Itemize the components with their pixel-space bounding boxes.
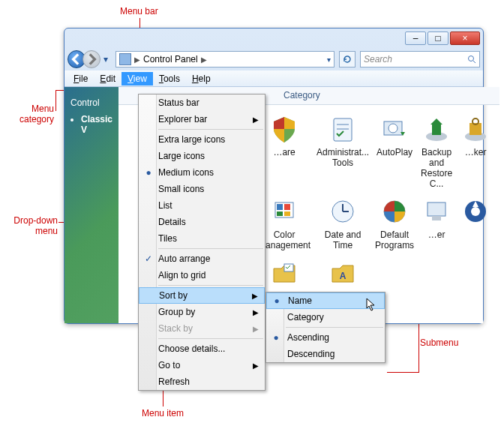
breadcrumb-sep-icon: ▶ <box>201 56 207 64</box>
menuitem-groupby[interactable]: Group by▶ <box>139 304 265 320</box>
menuitem-smallicons[interactable]: Small icons <box>139 181 265 197</box>
menuitem-label: Ascending <box>287 332 329 343</box>
icon-label: …are <box>273 147 295 158</box>
icon-label: Color Management <box>258 230 310 250</box>
icon-item[interactable]: AutoPlay <box>375 112 414 189</box>
icon-label: Default Programs <box>375 230 414 250</box>
close-button[interactable]: × <box>450 32 480 45</box>
menubar: File Edit View Tools Help <box>64 70 483 87</box>
svg-point-6 <box>388 124 398 133</box>
sidebar: Control Classic V <box>64 87 118 323</box>
menuitem-label: Small icons <box>158 184 204 194</box>
sidebar-item[interactable]: Control <box>70 94 112 111</box>
menu-file[interactable]: File <box>68 72 94 86</box>
menuitem-label: Explorer bar <box>158 114 207 124</box>
menuitem-goto[interactable]: Go to▶ <box>139 357 265 374</box>
callout-menuitem: Menu item <box>142 408 184 418</box>
menuitem-label: Sort by <box>159 290 188 301</box>
submenu-descending[interactable]: Descending <box>266 346 385 362</box>
refresh-button[interactable] <box>339 51 356 68</box>
breadcrumb[interactable]: ▶ Control Panel ▶ ▾ <box>116 51 334 68</box>
menuitem-sortby[interactable]: Sort by▶ <box>139 287 265 304</box>
menuitem-list[interactable]: List <box>139 197 265 214</box>
menuitem-label: Status bar <box>158 98 200 108</box>
menuitem-explorerbar[interactable]: Explorer bar▶ <box>139 111 265 128</box>
icon-label: Backup and Restore C... <box>420 147 453 189</box>
svg-rect-13 <box>284 204 290 210</box>
icon-item[interactable]: Backup and Restore C... <box>420 112 453 189</box>
submenu-arrow-icon: ▶ <box>253 362 259 370</box>
submenu-arrow-icon: ▶ <box>253 308 259 316</box>
svg-rect-24 <box>284 264 293 272</box>
menuitem-tiles[interactable]: Tiles <box>139 230 265 247</box>
menuitem-largeicons[interactable]: Large icons <box>139 148 265 164</box>
search-input[interactable]: Search <box>360 51 480 68</box>
icon-item[interactable] <box>459 195 492 250</box>
sidebar-item-classic[interactable]: Classic V <box>81 111 112 138</box>
menu-separator <box>158 248 263 249</box>
menuitem-label: Category <box>287 312 324 322</box>
icon-item[interactable]: Date and Time <box>316 195 369 250</box>
breadcrumb-dropdown-icon[interactable]: ▾ <box>327 56 331 64</box>
icon-label: Administrat... Tools <box>316 147 369 168</box>
menu-view[interactable]: View <box>122 72 153 86</box>
submenu-arrow-icon: ▶ <box>253 116 259 124</box>
menuitem-label: Refresh <box>158 376 190 387</box>
breadcrumb-label: Control Panel <box>143 54 198 64</box>
menu-tools[interactable]: Tools <box>153 72 186 86</box>
icon-item[interactable]: …are <box>258 112 310 189</box>
menuitem-refresh[interactable]: Refresh <box>139 374 265 390</box>
fonts-icon: A <box>326 256 359 290</box>
minimize-button[interactable]: – <box>405 32 426 45</box>
icon-item[interactable]: Color Management <box>258 195 310 250</box>
menuitem-xlicons[interactable]: Extra large icons <box>139 131 265 148</box>
menuitem-statusbar[interactable]: Status bar <box>139 94 265 111</box>
menuitem-label: Choose details... <box>158 344 225 354</box>
navbar: ▾ ▶ Control Panel ▶ ▾ Search <box>64 48 483 70</box>
icon-item[interactable]: …ker <box>459 112 492 189</box>
minimize-glyph: – <box>413 33 418 44</box>
menu-separator <box>286 327 383 328</box>
window: – □ × ▾ ▶ Control Panel ▶ ▾ Search File … <box>64 28 484 324</box>
defaults-icon <box>378 195 411 228</box>
menuitem-mediumicons[interactable]: ●Medium icons <box>139 164 265 181</box>
submenu-category[interactable]: Category <box>266 309 385 326</box>
callout-line <box>56 90 56 111</box>
submenu-arrow-icon: ▶ <box>252 292 258 300</box>
svg-rect-15 <box>284 212 290 216</box>
svg-rect-2 <box>334 118 352 141</box>
menuitem-label: Stack by <box>158 323 193 334</box>
submenu-ascending[interactable]: ●Ascending <box>266 329 385 346</box>
menuitem-label: Group by <box>158 307 195 317</box>
bullet-icon: ● <box>271 332 281 343</box>
client-area: Control Classic V Category …are Administ… <box>64 87 483 323</box>
icon-item[interactable]: Administrat... Tools <box>316 112 369 189</box>
color-icon <box>268 195 301 228</box>
icon-item[interactable]: Default Programs <box>375 195 414 250</box>
maximize-button[interactable]: □ <box>428 32 448 45</box>
bullet-icon: ● <box>272 296 282 306</box>
menuitem-aligngrid[interactable]: Align to grid <box>139 267 265 284</box>
submenu-arrow-icon: ▶ <box>253 325 259 333</box>
menuitem-label: List <box>158 200 172 211</box>
svg-line-1 <box>473 61 476 63</box>
menuitem-label: Name <box>288 296 312 306</box>
locker-icon <box>459 112 492 146</box>
menu-help[interactable]: Help <box>186 72 217 86</box>
menu-edit[interactable]: Edit <box>94 72 122 86</box>
close-glyph: × <box>462 33 467 44</box>
menuitem-details[interactable]: Details <box>139 214 265 230</box>
history-dropdown-icon[interactable]: ▾ <box>100 51 111 68</box>
callout-submenu: Submenu <box>420 338 458 348</box>
search-icon <box>467 55 476 64</box>
forward-button[interactable] <box>82 50 100 68</box>
menuitem-autoarrange[interactable]: ✓Auto arrange <box>139 250 265 267</box>
shield-icon <box>268 112 301 146</box>
svg-point-23 <box>471 207 480 216</box>
svg-text:A: A <box>340 271 346 281</box>
icon-item[interactable]: …er <box>420 195 453 250</box>
ease-icon <box>459 195 492 228</box>
menuitem-label: Tiles <box>158 233 177 244</box>
check-icon: ✓ <box>143 254 154 264</box>
menuitem-choosedetails[interactable]: Choose details... <box>139 340 265 357</box>
